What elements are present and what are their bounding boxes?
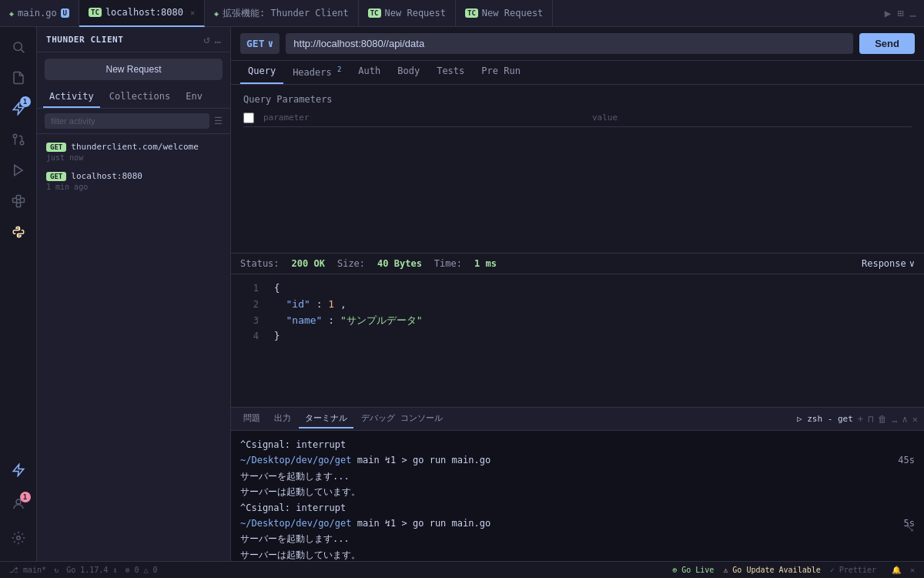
right-panel: GET ∨ Send Query Headers 2 Auth Body Tes… — [231, 27, 924, 561]
param-checkbox-all[interactable] — [243, 113, 254, 123]
terminal-tab-debug[interactable]: デバッグ コンソール — [355, 409, 449, 428]
more-tabs-icon[interactable]: … — [910, 7, 916, 19]
param-col-header: parameter — [263, 113, 583, 123]
language-mode[interactable]: Go 1.17.4 ↕ — [66, 566, 117, 574]
req-tab-query[interactable]: Query — [240, 61, 283, 84]
response-line: 4 } — [240, 328, 915, 344]
terminal-area: 問題 出力 ターミナル デバッグ コンソール ▷ zsh - get + ⊓ 🗑… — [231, 407, 924, 561]
response-line: 2 "id" : 1 , — [240, 297, 915, 313]
terminal-minimize-icon[interactable]: ∧ — [902, 414, 908, 425]
sidebar-tab-activity[interactable]: Activity — [43, 86, 100, 108]
list-item[interactable]: GET localhost:8080 1 min ago — [37, 166, 230, 196]
terminal-tab-actions: ▷ zsh - get + ⊓ 🗑 … ∧ ✕ — [797, 414, 918, 425]
search-icon-btn[interactable] — [5, 33, 32, 61]
refresh-icon[interactable]: ↺ — [203, 33, 209, 45]
split-editor-icon[interactable]: ⊞ — [897, 7, 903, 19]
tab-extension[interactable]: ◈ 拡張機能: Thunder Client — [205, 0, 359, 27]
response-body: 1 { 2 "id" : 1 , 3 "name" : "サンプルデータ" — [231, 274, 924, 407]
sidebar-tab-env[interactable]: Env — [179, 86, 209, 108]
git-branch[interactable]: ⎇ main* — [9, 566, 46, 574]
response-dropdown[interactable]: Response ∨ — [862, 258, 915, 269]
list-item[interactable]: GET thunderclient.com/welcome just now — [37, 137, 230, 166]
prettier-btn[interactable]: ✓ Prettier — [830, 566, 876, 574]
req-tab-headers[interactable]: Headers 2 — [285, 61, 349, 84]
settings-icon-btn[interactable] — [5, 524, 32, 552]
git-icon-btn[interactable] — [5, 126, 32, 153]
terminal-path: ~/Desktop/dev/go/get — [240, 518, 352, 529]
terminal-text: main ↯1 — [357, 518, 402, 529]
status-bar: ⎇ main* ↻ Go 1.17.4 ↕ ⊗ 0 △ 0 ⊕ Go Live … — [0, 561, 924, 578]
terminal-line: サーバーは起動しています。 — [240, 547, 915, 561]
method-select[interactable]: GET ∨ — [240, 33, 280, 54]
terminal-line: ~/Desktop/dev/go/get main ↯1 > go run ma… — [240, 452, 915, 468]
tab-label: New Request — [482, 8, 543, 18]
send-button[interactable]: Send — [859, 33, 915, 54]
tab-badge-tc2: TC — [368, 8, 381, 18]
errors-count[interactable]: ⊗ 0 △ 0 — [125, 566, 157, 574]
json-token: "name" — [274, 314, 323, 326]
svg-rect-9 — [16, 203, 20, 207]
url-input[interactable] — [286, 33, 853, 54]
terminal-trash-icon[interactable]: 🗑 — [878, 414, 887, 425]
terminal-split-icon[interactable]: ⊓ — [868, 414, 873, 425]
terminal-line: ^Csignal: interrupt — [240, 500, 915, 516]
chevron-down-icon: ∨ — [267, 38, 273, 49]
terminal-close-icon[interactable]: ✕ — [912, 414, 918, 425]
account-icon-btn[interactable]: 1 — [5, 490, 32, 518]
time-label: Time: — [434, 258, 462, 269]
terminal-line: サーバーは起動しています。 — [240, 484, 915, 499]
terminal-shell-label: ▷ zsh - get — [797, 414, 853, 424]
more-icon[interactable]: … — [215, 33, 221, 45]
extensions-icon-btn[interactable] — [5, 187, 32, 215]
terminal-more-icon[interactable]: … — [892, 414, 897, 425]
response-line: 1 { — [240, 281, 915, 297]
size-value: 40 Bytes — [377, 258, 422, 269]
svg-marker-5 — [14, 165, 22, 176]
svg-point-2 — [20, 141, 24, 145]
terminal-tab-problems[interactable]: 問題 — [237, 409, 266, 428]
files-icon-btn[interactable] — [5, 64, 32, 92]
thunder-icon-btn2[interactable] — [5, 456, 32, 484]
json-token: 1 — [328, 298, 334, 310]
go-update-btn[interactable]: ⚠ Go Update Available — [723, 566, 820, 574]
response-status-bar: Status: 200 OK Size: 40 Bytes Time: 1 ms… — [231, 254, 924, 274]
tab-newreq1[interactable]: TC New Request — [359, 0, 456, 27]
debug-icon-btn[interactable] — [5, 156, 32, 184]
sync-icon[interactable]: ↻ — [54, 566, 59, 574]
run-icon[interactable]: ▶ — [885, 7, 891, 19]
tab-label: localhost:8080 — [105, 7, 183, 18]
notification-icon[interactable]: ✕ — [910, 566, 915, 574]
python-icon-btn[interactable] — [5, 218, 32, 246]
terminal-tab-terminal[interactable]: ターミナル — [299, 409, 353, 428]
terminal-time: 45s — [898, 452, 915, 468]
json-token: } — [274, 330, 280, 341]
cursor-position: 🔔 — [892, 566, 901, 574]
req-tab-tests[interactable]: Tests — [429, 61, 472, 84]
tab-maingo[interactable]: ◈ main.go U — [0, 0, 79, 27]
tab-icon: ◈ — [214, 9, 219, 18]
tab-localhost[interactable]: TC localhost:8080 ✕ — [79, 0, 205, 27]
tab-close-icon[interactable]: ✕ — [190, 8, 195, 17]
request-tabs: Query Headers 2 Auth Body Tests Pre Run — [231, 61, 924, 85]
terminal-text: サーバーは起動しています。 — [240, 549, 360, 560]
req-tab-auth[interactable]: Auth — [350, 61, 388, 84]
sidebar-tab-collections[interactable]: Collections — [103, 86, 176, 108]
main-layout: 1 — [0, 27, 924, 561]
terminal-line: ^Csignal: interrupt — [240, 437, 915, 452]
tab-newreq2[interactable]: TC New Request — [456, 0, 553, 27]
thunder-client-icon-btn[interactable]: 1 — [5, 95, 32, 123]
terminal-tab-output[interactable]: 出力 — [268, 409, 297, 428]
filter-input[interactable] — [45, 113, 209, 129]
go-live-btn[interactable]: ⊕ Go Live — [672, 566, 714, 574]
json-token: "id" — [274, 298, 310, 310]
filter-icon[interactable]: ☰ — [214, 116, 223, 126]
terminal-text: ^Csignal: interrupt — [240, 502, 346, 513]
tab-label: 拡張機能: Thunder Client — [223, 7, 349, 20]
sidebar-header: THUNDER CLIENT ↺ … — [37, 27, 230, 52]
req-tab-prerun[interactable]: Pre Run — [474, 61, 528, 84]
req-tab-body[interactable]: Body — [390, 61, 427, 84]
tab-badge-tc: TC — [89, 8, 102, 17]
terminal-text: サーバーを起動します... — [240, 471, 350, 482]
terminal-add-icon[interactable]: + — [858, 414, 863, 425]
new-request-button[interactable]: New Request — [45, 59, 223, 80]
